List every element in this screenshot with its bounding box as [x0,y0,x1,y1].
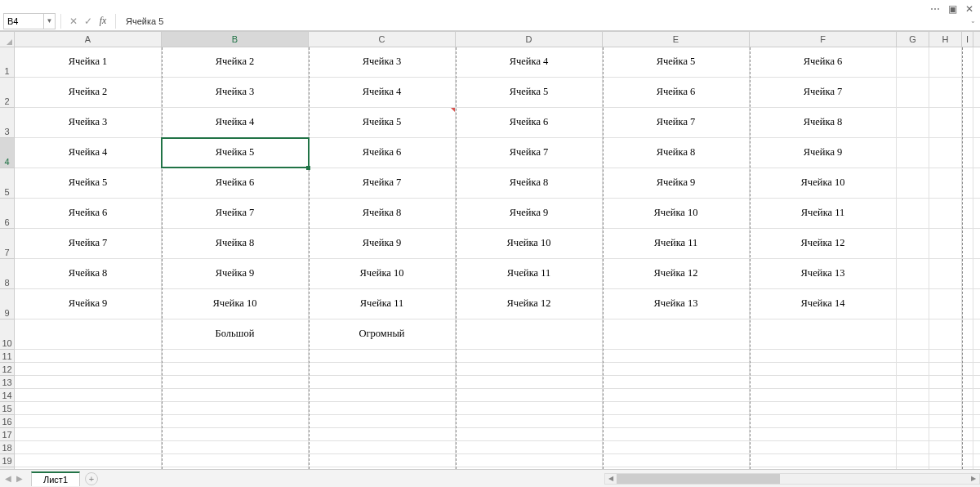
formula-input[interactable]: Ячейка 5 [121,16,967,26]
cell-E11[interactable] [603,350,750,362]
cell-E7[interactable]: Ячейка 11 [603,229,750,258]
cell-C3[interactable]: Ячейка 5 [309,108,456,137]
cell-I19[interactable] [962,454,973,467]
row-header-5[interactable]: 5 [0,168,14,199]
cell-G10[interactable] [897,319,929,349]
row-header-13[interactable]: 13 [0,376,14,389]
cell-F19[interactable] [750,454,897,467]
cell-G6[interactable] [897,199,929,228]
cell-E4[interactable]: Ячейка 8 [603,138,750,168]
cell-I6[interactable] [962,199,973,228]
more-icon[interactable]: ⋯ [930,3,940,15]
cell-A9[interactable]: Ячейка 9 [15,289,162,319]
cell-F10[interactable] [750,319,897,349]
cell-E9[interactable]: Ячейка 13 [603,289,750,319]
cell-C17[interactable] [309,428,456,440]
cell-E8[interactable]: Ячейка 12 [603,259,750,288]
row-header-2[interactable]: 2 [0,78,14,108]
cell-H8[interactable] [929,259,962,288]
column-header-E[interactable]: E [603,32,750,47]
cell-C9[interactable]: Ячейка 11 [309,289,456,319]
cell-E18[interactable] [603,441,750,453]
cell-H9[interactable] [929,289,962,319]
cell-A16[interactable] [15,415,162,427]
cell-G13[interactable] [897,376,929,388]
cell-I15[interactable] [962,402,973,414]
cell-G12[interactable] [897,363,929,375]
cell-F7[interactable]: Ячейка 12 [750,229,897,258]
cell-I2[interactable] [962,78,973,107]
cell-G9[interactable] [897,289,929,319]
cell-B16[interactable] [162,415,309,427]
cell-H16[interactable] [929,415,962,427]
cell-E3[interactable]: Ячейка 7 [603,108,750,137]
cell-G1[interactable] [897,47,929,77]
cell-A7[interactable]: Ячейка 7 [15,229,162,258]
cell-F3[interactable]: Ячейка 8 [750,108,897,137]
cell-D19[interactable] [456,454,603,467]
cell-A2[interactable]: Ячейка 2 [15,78,162,107]
cell-C14[interactable] [309,389,456,401]
comment-indicator-icon[interactable] [451,108,455,112]
row-header-19[interactable]: 19 [0,454,14,467]
cell-D12[interactable] [456,363,603,375]
name-box-dropdown-icon[interactable]: ▼ [44,13,56,29]
cell-B6[interactable]: Ячейка 7 [162,199,309,228]
cell-F11[interactable] [750,350,897,362]
cell-I17[interactable] [962,428,973,440]
cell-A8[interactable]: Ячейка 8 [15,259,162,288]
cell-B9[interactable]: Ячейка 10 [162,289,309,319]
cell-C11[interactable] [309,350,456,362]
cell-B18[interactable] [162,441,309,453]
cell-F2[interactable]: Ячейка 7 [750,78,897,107]
cell-C13[interactable] [309,376,456,388]
cell-I12[interactable] [962,363,973,375]
column-header-F[interactable]: F [750,32,897,47]
cell-E16[interactable] [603,415,750,427]
cell-A14[interactable] [15,389,162,401]
cell-D14[interactable] [456,389,603,401]
cell-A19[interactable] [15,454,162,467]
cell-I18[interactable] [962,441,973,453]
cell-F6[interactable]: Ячейка 11 [750,199,897,228]
column-header-B[interactable]: B [162,32,309,47]
cell-D17[interactable] [456,428,603,440]
cancel-formula-button[interactable]: ✕ [66,16,81,27]
cell-D16[interactable] [456,415,603,427]
cell-H4[interactable] [929,138,962,168]
row-header-17[interactable]: 17 [0,428,14,441]
cell-D11[interactable] [456,350,603,362]
cell-G2[interactable] [897,78,929,107]
cell-C10[interactable]: Огромный [309,319,456,349]
cell-B4[interactable]: Ячейка 5 [162,138,309,168]
close-icon[interactable]: ✕ [965,3,973,15]
cell-C7[interactable]: Ячейка 9 [309,229,456,258]
column-header-H[interactable]: H [929,32,962,47]
cell-B19[interactable] [162,454,309,467]
cell-E10[interactable] [603,319,750,349]
cell-B17[interactable] [162,428,309,440]
cell-G18[interactable] [897,441,929,453]
cell-G15[interactable] [897,402,929,414]
cell-H18[interactable] [929,441,962,453]
cell-H3[interactable] [929,108,962,137]
column-header-D[interactable]: D [456,32,603,47]
cell-E15[interactable] [603,402,750,414]
fx-button[interactable]: fx [96,15,110,27]
cell-D15[interactable] [456,402,603,414]
column-header-G[interactable]: G [897,32,929,47]
cell-E6[interactable]: Ячейка 10 [603,199,750,228]
cell-D3[interactable]: Ячейка 6 [456,108,603,137]
cell-F5[interactable]: Ячейка 10 [750,168,897,198]
cell-B14[interactable] [162,389,309,401]
row-header-14[interactable]: 14 [0,389,14,402]
cell-D2[interactable]: Ячейка 5 [456,78,603,107]
row-header-15[interactable]: 15 [0,402,14,415]
cell-H19[interactable] [929,454,962,467]
cell-F9[interactable]: Ячейка 14 [750,289,897,319]
select-all-corner[interactable] [0,32,15,47]
cell-D1[interactable]: Ячейка 4 [456,47,603,77]
cell-B1[interactable]: Ячейка 2 [162,47,309,77]
column-header-I[interactable]: I [962,32,973,47]
cell-E17[interactable] [603,428,750,440]
